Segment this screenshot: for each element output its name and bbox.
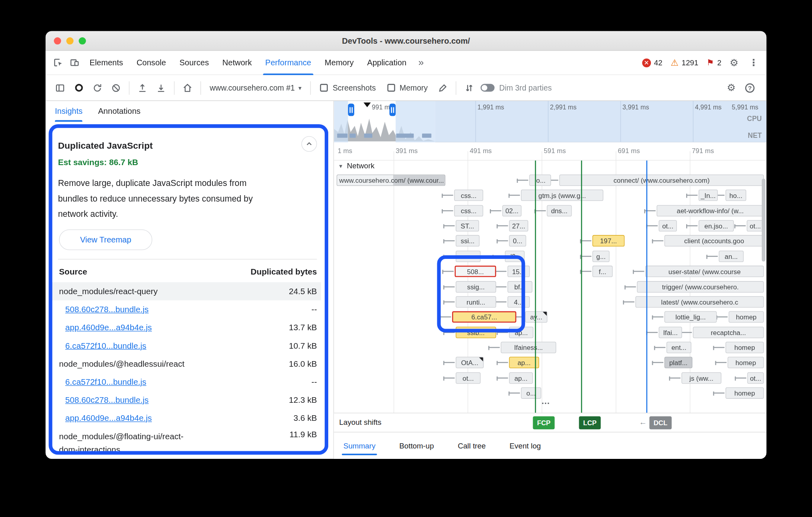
network-request-bar[interactable]: gtm.js (www.g... (521, 190, 603, 201)
issues-badge[interactable]: ⚑ 2 (707, 59, 721, 67)
upload-profile-icon[interactable] (133, 79, 152, 97)
network-request-bar[interactable]: co... (456, 250, 481, 262)
toggle-sidebar-icon[interactable] (51, 79, 70, 97)
network-request-bar[interactable]: ot... (747, 220, 764, 231)
network-request-bar[interactable]: ot... (659, 220, 677, 231)
network-request-bar[interactable]: ap... (509, 327, 533, 338)
network-request-bar[interactable]: 6.ca57... (452, 311, 516, 323)
network-request-bar[interactable]: 0... (509, 235, 526, 246)
network-request-bar[interactable]: trigger/ (www.coursehero. (637, 281, 764, 293)
network-request-bar[interactable]: 4... (507, 296, 530, 307)
network-request-bar[interactable]: ent... (667, 342, 691, 353)
clear-icon[interactable] (107, 79, 125, 97)
network-track-header[interactable]: ▼ Network (338, 162, 375, 170)
network-request-bar[interactable]: ssi... (456, 235, 479, 246)
network-request-bar[interactable]: homep (725, 387, 764, 398)
network-request-bar[interactable]: user-state/ (www.course (645, 266, 764, 277)
network-request-bar[interactable]: connect/ (www.coursehero.com) (559, 174, 764, 186)
network-request-bar[interactable]: recaptcha... (693, 327, 764, 338)
network-request-bar[interactable]: homep (727, 357, 764, 368)
network-request-bar[interactable]: 15... (507, 266, 530, 277)
tab-annotations[interactable]: Annotations (98, 101, 141, 122)
network-request-bar[interactable]: ay... (525, 311, 547, 323)
bottom-tab-event-log[interactable]: Event log (509, 432, 541, 459)
network-request-bar[interactable]: homep (725, 342, 764, 353)
network-request-bar[interactable]: css... (454, 205, 483, 216)
console-warnings-badge[interactable]: ⚠ 1291 (671, 58, 698, 67)
source-file-link[interactable]: 508.60c278...bundle.js (50, 393, 149, 407)
network-request-bar[interactable]: ot... (747, 372, 764, 384)
network-request-bar[interactable]: an... (719, 250, 743, 262)
network-request-bar[interactable]: g... (592, 250, 610, 262)
network-request-bar[interactable]: runti... (456, 296, 496, 307)
history-dropdown[interactable]: www.coursehero.com #1 ▾ (204, 83, 307, 92)
network-request-bar[interactable]: js (ww... (681, 372, 721, 384)
more-options-icon[interactable]: ⋮ (747, 57, 760, 68)
network-request-bar[interactable]: ssig... (456, 281, 496, 293)
network-request-bar[interactable]: 508... (454, 266, 496, 277)
network-request-bar[interactable]: bf... (507, 281, 532, 293)
tab-performance[interactable]: Performance (259, 50, 318, 75)
bottom-tab-bottom-up[interactable]: Bottom-up (399, 432, 434, 459)
tab-network[interactable]: Network (216, 50, 259, 75)
network-request-bar[interactable]: _In... (699, 190, 718, 201)
home-icon[interactable] (178, 79, 197, 97)
source-file-link[interactable]: app.460d9e...a94b4e.js (50, 412, 152, 425)
network-request-bar[interactable]: f... (592, 266, 612, 277)
network-request-bar[interactable]: css... (454, 190, 483, 201)
network-request-bar[interactable]: Ifai... (659, 327, 682, 338)
record-icon[interactable] (69, 79, 88, 97)
close-button[interactable] (54, 37, 61, 44)
tab-memory[interactable]: Memory (318, 50, 360, 75)
network-request-bar[interactable]: client (accounts.goo (665, 235, 764, 246)
minimize-button[interactable] (66, 37, 73, 44)
bottom-tab-summary[interactable]: Summary (343, 432, 376, 459)
source-file-link[interactable]: 6.ca572f10...bundle.js (50, 339, 146, 353)
network-request-bar[interactable]: homep (729, 311, 764, 323)
settings-gear-icon[interactable]: ⚙ (730, 58, 739, 68)
network-request-bar[interactable]: en.jso... (699, 220, 734, 231)
console-errors-badge[interactable]: ✕ 42 (642, 58, 663, 67)
network-request-bar[interactable]: Ifainess... (501, 342, 556, 353)
network-request-bar[interactable]: ot... (456, 372, 481, 384)
garbage-collect-icon[interactable] (433, 79, 452, 97)
screenshots-checkbox[interactable]: Screenshots (315, 83, 382, 92)
download-profile-icon[interactable] (152, 79, 171, 97)
capture-settings-gear-icon[interactable]: ⚙ (722, 79, 741, 97)
network-request-bar[interactable]: www.coursehero.com/ (www.cour... (337, 174, 445, 186)
network-request-bar[interactable]: OtA... (456, 357, 484, 368)
source-file-link[interactable]: 6.ca572f10...bundle.js (50, 375, 146, 389)
network-request-bar[interactable]: dns... (547, 205, 572, 216)
dim-3rd-parties-toggle[interactable] (481, 84, 495, 91)
network-request-bar[interactable]: ho... (725, 190, 746, 201)
selection-handle-left[interactable] (348, 103, 354, 116)
network-request-bar[interactable]: platf... (665, 357, 693, 368)
device-toolbar-icon[interactable] (66, 55, 83, 71)
more-tabs-button[interactable]: » (413, 57, 429, 68)
collapse-insight-button[interactable] (301, 136, 317, 152)
source-file-link[interactable]: 508.60c278...bundle.js (50, 303, 149, 316)
network-request-bar[interactable]: 197... (592, 235, 624, 246)
network-request-bar[interactable]: aet-workflow-info/ (w... (656, 205, 764, 216)
reload-record-icon[interactable] (88, 79, 107, 97)
scrollbar-thumb[interactable] (762, 179, 766, 262)
network-request-bar[interactable]: d9... (505, 250, 525, 262)
tab-insights[interactable]: Insights (55, 101, 83, 122)
tab-elements[interactable]: Elements (83, 50, 130, 75)
network-request-bar[interactable]: lo... (529, 174, 551, 186)
network-request-bar[interactable]: 02... (502, 205, 521, 216)
view-treemap-button[interactable]: View Treemap (59, 229, 152, 250)
memory-checkbox[interactable]: Memory (382, 83, 433, 92)
selection-handle-right[interactable] (390, 103, 396, 116)
network-request-bar[interactable]: latest/ (www.coursehero.c (635, 296, 764, 307)
zoom-button[interactable] (79, 37, 86, 44)
network-request-bar[interactable]: o... (521, 387, 541, 398)
help-icon[interactable]: ? (741, 79, 759, 97)
throttling-icon[interactable] (460, 79, 479, 97)
network-request-bar[interactable]: ST... (456, 220, 479, 231)
tab-console[interactable]: Console (130, 50, 173, 75)
inspect-icon[interactable] (50, 55, 66, 71)
network-request-bar[interactable]: lottie_lig... (665, 311, 717, 323)
source-file-link[interactable]: app.460d9e...a94b4e.js (50, 321, 152, 334)
network-request-bar[interactable]: 27... (509, 220, 528, 231)
